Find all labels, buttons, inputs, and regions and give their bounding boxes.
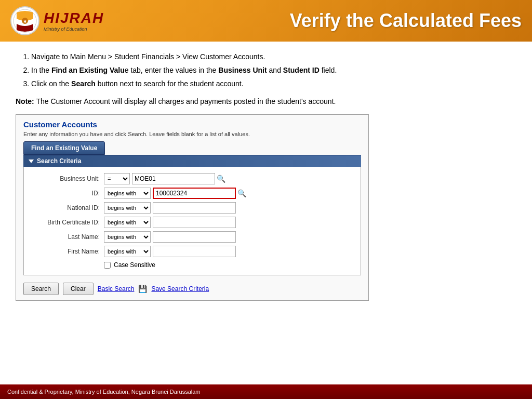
form-row-business-unit: Business Unit: = 🔍 (31, 173, 353, 184)
label-business-unit: Business Unit: (31, 175, 104, 182)
note-bold: Note: (16, 97, 34, 105)
footer: Confidential & Proprietary, Ministry of … (0, 384, 532, 399)
note-text: The Customer Account will display all ch… (34, 97, 336, 105)
logo-circle: H (10, 6, 39, 35)
ca-title: Customer Accounts (23, 120, 361, 129)
search-button[interactable]: Search (23, 283, 59, 295)
svg-text:H: H (23, 20, 26, 23)
case-sensitive-label: Case Sensitive (114, 261, 155, 269)
label-last-name: Last Name: (31, 233, 104, 241)
operator-national-id[interactable]: begins with = contains ends with (104, 202, 151, 214)
logo-svg: H (12, 8, 37, 33)
collapse-triangle-icon[interactable] (29, 159, 34, 163)
step2-bold2: Business Unit (218, 66, 267, 74)
form-row-last-name: Last Name: begins with = contains ends w… (31, 231, 353, 243)
step3-bold: Search (71, 79, 96, 88)
form-row-first-name: First Name: begins with = contains ends … (31, 246, 353, 257)
footer-text: Confidential & Proprietary, Ministry of … (7, 389, 201, 395)
field-business-unit[interactable] (132, 173, 215, 184)
field-last-name[interactable] (153, 231, 236, 243)
operator-first-name[interactable]: begins with = contains ends with (104, 246, 151, 257)
header: H HIJRAH Ministry of Education Verify th… (0, 0, 532, 42)
field-birth-cert-id[interactable] (153, 217, 236, 228)
save-search-button[interactable]: Save Search Criteria (151, 285, 209, 292)
instruction-item-2: In the Find an Existing Value tab, enter… (31, 64, 516, 77)
logo-area: H HIJRAH Ministry of Education (10, 6, 104, 35)
logo-tagline: Ministry of Education (44, 26, 104, 32)
label-national-id: National ID: (31, 204, 104, 211)
lookup-icon-id[interactable]: 🔍 (237, 189, 246, 197)
basic-search-button[interactable]: Basic Search (98, 285, 135, 292)
operator-select-business-unit[interactable]: = (104, 173, 130, 184)
step2-bold1: Find an Existing Valu (51, 66, 125, 74)
instruction-item-1: Navigate to Main Menu > Student Financia… (31, 51, 516, 63)
note-section: Note: The Customer Account will display … (16, 96, 516, 107)
step2-bold3: Student ID (283, 66, 320, 74)
customer-accounts-box: Customer Accounts Enter any information … (16, 114, 369, 301)
label-first-name: First Name: (31, 248, 104, 255)
search-form: Business Unit: = 🔍 ID: begins with = (23, 167, 361, 275)
input-birth-cert-id[interactable] (153, 217, 236, 228)
search-criteria-header: Search Criteria (23, 155, 361, 167)
save-icon: 💾 (138, 285, 147, 293)
operator-birth-cert-id[interactable]: begins with = contains ends with (104, 217, 151, 228)
field-national-id[interactable] (153, 202, 236, 214)
instructions: Navigate to Main Menu > Student Financia… (16, 51, 516, 90)
search-criteria-label: Search Criteria (37, 157, 81, 165)
form-row-birth-cert-id: Birth Certificate ID: begins with = cont… (31, 217, 353, 228)
form-row-national-id: National ID: begins with = contains ends… (31, 202, 353, 214)
input-first-name[interactable] (153, 246, 236, 257)
label-birth-cert-id: Birth Certificate ID: (31, 219, 104, 226)
input-last-name[interactable] (153, 231, 236, 243)
label-id: ID: (31, 190, 104, 197)
operator-business-unit[interactable]: = (104, 173, 130, 184)
main-content: Navigate to Main Menu > Student Financia… (0, 42, 532, 384)
instruction-item-3: Click on the Search button next to searc… (31, 78, 516, 90)
operator-last-name[interactable]: begins with = contains ends with (104, 231, 151, 243)
operator-id[interactable]: begins with = contains ends with (104, 188, 151, 199)
operator-select-birth-cert-id[interactable]: begins with = contains ends with (104, 217, 151, 228)
input-business-unit[interactable] (132, 173, 215, 184)
find-existing-value-tab[interactable]: Find an Existing Value (23, 141, 105, 155)
operator-select-first-name[interactable]: begins with = contains ends with (104, 246, 151, 257)
header-title: Verify the Calculated Fees (104, 10, 522, 32)
form-row-id: ID: begins with = contains ends with 🔍 (31, 188, 353, 199)
bottom-buttons: Search Clear Basic Search 💾 Save Search … (23, 283, 361, 295)
operator-select-id[interactable]: begins with = contains ends with (104, 188, 151, 199)
case-sensitive-row: Case Sensitive (104, 261, 353, 269)
logo-text-area: HIJRAH Ministry of Education (44, 10, 104, 32)
clear-button[interactable]: Clear (63, 283, 94, 295)
input-id[interactable] (153, 188, 236, 199)
operator-select-national-id[interactable]: begins with = contains ends with (104, 202, 151, 214)
field-id[interactable] (153, 188, 236, 199)
logo-brand: HIJRAH (44, 10, 104, 26)
case-sensitive-checkbox[interactable] (104, 262, 111, 269)
input-national-id[interactable] (153, 202, 236, 214)
lookup-icon-business-unit[interactable]: 🔍 (217, 175, 225, 183)
operator-select-last-name[interactable]: begins with = contains ends with (104, 231, 151, 243)
tab-row: Find an Existing Value (23, 141, 361, 155)
ca-subtitle: Enter any information you have and click… (23, 131, 361, 137)
field-first-name[interactable] (153, 246, 236, 257)
instruction-list: Navigate to Main Menu > Student Financia… (31, 51, 516, 90)
